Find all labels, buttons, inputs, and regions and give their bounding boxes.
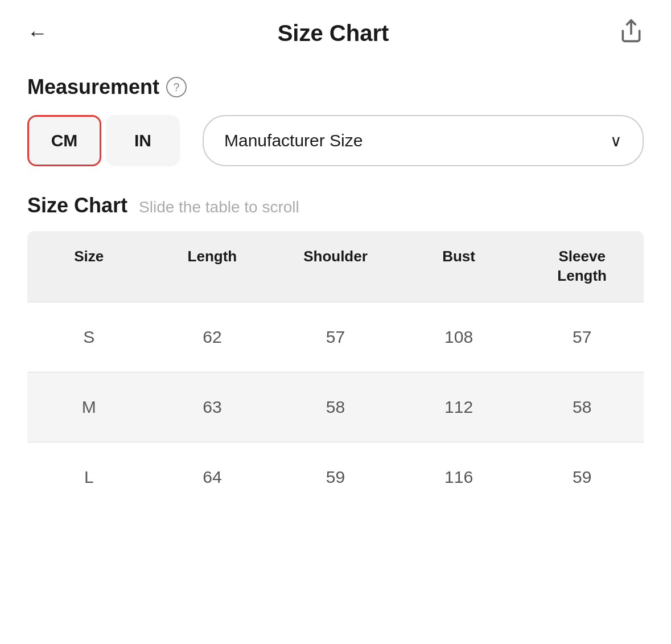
cell-shoulder-l: 59 bbox=[274, 442, 397, 512]
page-title: Size Chart bbox=[278, 20, 389, 46]
col-header-sleeve: SleeveLength bbox=[520, 231, 644, 302]
cell-bust-m: 112 bbox=[397, 372, 521, 442]
cell-length-l: 64 bbox=[151, 442, 274, 512]
col-header-length: Length bbox=[151, 231, 274, 302]
size-dropdown[interactable]: Manufacturer Size ∨ bbox=[203, 115, 644, 166]
controls-row: CM IN Manufacturer Size ∨ bbox=[27, 115, 644, 166]
table-row: S 62 57 108 57 bbox=[27, 302, 644, 372]
size-chart-section: Size Chart Slide the table to scroll Siz… bbox=[27, 194, 644, 512]
size-dropdown-label: Manufacturer Size bbox=[224, 131, 363, 150]
unit-cm-button[interactable]: CM bbox=[27, 115, 101, 166]
table-header-row: Size Length Shoulder Bust SleeveLength bbox=[27, 231, 644, 302]
main-content: Measurement ? CM IN Manufacturer Size ∨ … bbox=[0, 61, 671, 526]
size-chart-label: Size Chart bbox=[27, 194, 127, 218]
cell-length-s: 62 bbox=[151, 302, 274, 372]
cell-shoulder-s: 57 bbox=[274, 302, 397, 372]
cell-sleeve-l: 59 bbox=[520, 442, 644, 512]
back-button[interactable]: ← bbox=[27, 23, 48, 43]
cell-length-m: 63 bbox=[151, 372, 274, 442]
measurement-label-row: Measurement ? bbox=[27, 75, 644, 99]
cell-size-m: M bbox=[27, 372, 151, 442]
unit-in-button[interactable]: IN bbox=[106, 115, 180, 166]
page-header: ← Size Chart bbox=[0, 0, 671, 61]
cell-size-l: L bbox=[27, 442, 151, 512]
cell-sleeve-s: 57 bbox=[520, 302, 644, 372]
col-header-bust: Bust bbox=[397, 231, 521, 302]
cell-sleeve-m: 58 bbox=[520, 372, 644, 442]
table-row: M 63 58 112 58 bbox=[27, 372, 644, 442]
col-header-shoulder: Shoulder bbox=[274, 231, 397, 302]
size-chart-header: Size Chart Slide the table to scroll bbox=[27, 194, 644, 218]
measurement-section: Measurement ? CM IN Manufacturer Size ∨ bbox=[27, 75, 644, 166]
measurement-label: Measurement bbox=[27, 75, 159, 99]
size-chart-hint: Slide the table to scroll bbox=[139, 198, 299, 216]
chevron-down-icon: ∨ bbox=[610, 132, 622, 150]
size-table: Size Length Shoulder Bust SleeveLength S… bbox=[27, 231, 644, 512]
cell-bust-l: 116 bbox=[397, 442, 521, 512]
cell-size-s: S bbox=[27, 302, 151, 372]
share-button[interactable] bbox=[619, 18, 644, 48]
help-icon[interactable]: ? bbox=[166, 77, 187, 97]
table-row: L 64 59 116 59 bbox=[27, 442, 644, 512]
cell-shoulder-m: 58 bbox=[274, 372, 397, 442]
col-header-size: Size bbox=[27, 231, 151, 302]
cell-bust-s: 108 bbox=[397, 302, 521, 372]
unit-toggle: CM IN bbox=[27, 115, 180, 166]
